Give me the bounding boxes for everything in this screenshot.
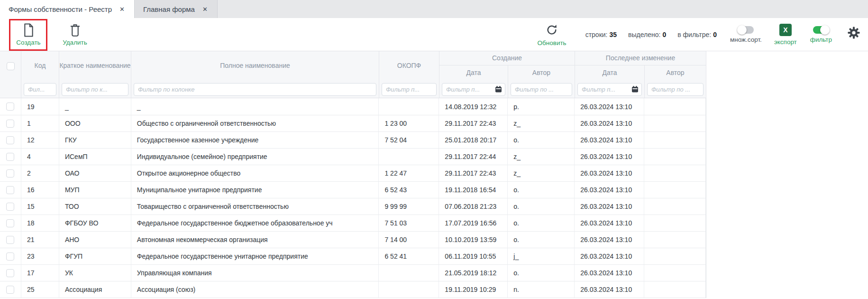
table-row[interactable]: 21АНОАвтономная некоммерческая организац… [0,231,706,248]
toggle-knob [820,25,830,35]
table-row[interactable]: 19__14.08.2019 12:32p.26.03.2024 13:10 [0,98,706,115]
calendar-icon[interactable] [495,86,502,93]
filter-input-creation-author[interactable] [511,83,572,96]
row-checkbox[interactable] [6,269,14,277]
column-header-creation-author[interactable]: Автор [508,65,575,81]
row-checkbox[interactable] [6,120,14,128]
table-row[interactable]: 4ИСемПИндивидуальное (семейное) предприя… [0,148,706,165]
column-header-modified-author[interactable]: Автор [645,65,706,81]
column-header-full-name[interactable]: Полное наименование [131,51,379,81]
toolbar-right: Обновить строки:35 выделено:0 в фильтре:… [538,18,862,51]
row-checkbox[interactable] [6,219,14,227]
close-icon[interactable]: ✕ [201,5,209,14]
cell-cauthor: z_ [508,149,575,165]
cell-okopf: 7 14 00 [379,232,439,248]
delete-button[interactable]: Удалить [58,18,92,51]
filter-cell [508,81,575,98]
tab-main-form[interactable]: Главная форма ✕ [135,0,218,18]
cell-short: ГКУ [59,132,131,148]
table-row[interactable]: 17УКУправляющая компания21.05.2019 18:12… [0,264,706,281]
filter-input-short-name[interactable] [62,83,128,96]
cell-cdate: 29.11.2017 22:43 [439,115,508,131]
column-header-modified-date[interactable]: Дата [575,65,645,81]
row-checkbox[interactable] [6,169,14,178]
row-checkbox[interactable] [6,103,14,111]
cell-mauthor [644,132,706,148]
filter-toggle[interactable] [813,26,829,34]
tab-forms-registry[interactable]: Формы собственности - Реестр ✕ [0,0,135,18]
column-header-short-name[interactable]: Краткое наименование [59,51,131,81]
trash-icon [70,23,81,37]
cell-mdate: 26.03.2024 13:10 [575,98,644,115]
select-all-checkbox[interactable] [7,62,15,70]
row-checkbox[interactable] [6,186,14,194]
filter-input-okopf[interactable] [382,83,437,96]
multisort-toggle-block: множ.сорт. [730,18,762,51]
row-checkbox-cell [0,115,21,131]
row-checkbox-cell [0,165,21,181]
cell-code: 19 [21,98,59,115]
create-button[interactable]: Создать [11,18,46,51]
cell-mauthor [644,215,706,231]
refresh-button[interactable]: Обновить [538,18,566,51]
filter-input-full-name[interactable] [134,83,376,96]
cell-cauthor: p. [508,98,575,115]
row-checkbox-cell [0,265,21,281]
calendar-icon[interactable] [631,86,639,93]
cell-full: Ассоциация (союз) [131,281,379,298]
cell-mdate: 26.03.2024 13:10 [575,132,644,148]
cell-mauthor [644,115,706,131]
table-row[interactable]: 2ОАООткрытое акционерное общество1 22 47… [0,165,706,181]
row-checkbox[interactable] [6,252,14,261]
table-row[interactable]: 18ФГБОУ ВОФедеральное государственное бю… [0,215,706,231]
toolbar-left: Создать Удалить [11,18,92,51]
toolbar: Создать Удалить Обновить строки:35 выдел… [0,18,868,51]
column-header-creation-date[interactable]: Дата [439,65,508,81]
row-checkbox[interactable] [6,203,14,211]
cell-short: _ [59,98,131,115]
cell-full: Федеральное государственное унитарное пр… [131,248,379,264]
cell-full: Автономная некоммерческая организация [131,232,379,248]
table-row[interactable]: 23ФГУПФедеральное государственное унитар… [0,248,706,264]
row-checkbox[interactable] [6,136,14,144]
cell-cauthor: z_ [508,165,575,181]
cell-mauthor [644,281,706,298]
table-row[interactable]: 25АссоциацияАссоциация (союз)19.11.2019 … [0,281,706,298]
cell-short: УК [59,265,131,281]
select-all-cell [0,51,21,81]
row-checkbox-cell [0,198,21,215]
filter-toggle-block: фильтр [810,18,832,51]
filter-input-modified-author[interactable] [647,83,704,96]
table-row[interactable]: 12ГКУГосударственное казенное учреждение… [0,131,706,148]
cell-okopf [379,149,439,165]
tab-label: Формы собственности - Реестр [9,5,112,13]
row-checkbox[interactable] [6,236,14,244]
cell-short: АНО [59,232,131,248]
cell-cauthor: o. [508,265,575,281]
close-icon[interactable]: ✕ [119,5,126,14]
multisort-toggle[interactable] [738,26,754,34]
cell-code: 18 [21,215,59,231]
settings-button[interactable] [847,18,860,47]
table-row[interactable]: 16МУПМуниципальное унитарное предприятие… [0,181,706,198]
row-checkbox[interactable] [6,286,14,294]
cell-full: Государственное казенное учреждение [131,132,379,148]
filter-cell-empty [0,81,21,98]
cell-cauthor: o. [508,215,575,231]
filter-cell [379,81,439,98]
cell-cdate: 10.10.2019 13:59 [439,232,508,248]
table-row[interactable]: 1ООООбщество с ограниченной ответственно… [0,115,706,131]
cell-mdate: 26.03.2024 13:10 [575,198,644,215]
status-counters: строки:35 выделено:0 в фильтре:0 [585,18,717,51]
row-checkbox-cell [0,232,21,248]
cell-full: _ [131,98,379,115]
export-button[interactable]: X экспорт [774,18,797,51]
row-checkbox[interactable] [6,153,14,161]
table-row[interactable]: 15ТООТоварищество с ограниченной ответст… [0,198,706,215]
cell-cauthor: o. [508,182,575,198]
filter-input-code[interactable] [24,83,56,96]
cell-code: 2 [21,165,59,181]
column-header-code[interactable]: Код [21,51,59,81]
cell-okopf: 6 52 43 [379,182,439,198]
column-header-okopf[interactable]: ОКОПФ [379,51,439,81]
